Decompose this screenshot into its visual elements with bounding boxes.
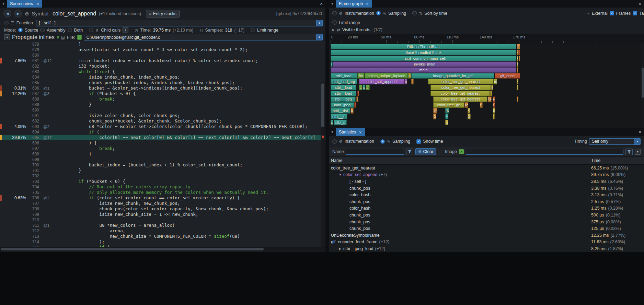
code-line[interactable]: 705 // Only allocate more memory for the… [0,190,325,195]
stats-row[interactable]: chunk_pos3.38 ms(0.76%) [329,185,644,192]
flame-bar[interactable]: Ke [468,114,471,119]
flame-bar[interactable]: Ke [433,114,436,119]
code-line[interactable]: 682 i32 *bucket; [0,63,325,69]
flame-bar[interactable]: K [517,61,518,67]
panel-menu-icon[interactable]: ▼ [329,0,336,8]
flame-bar[interactable]: s [331,120,333,125]
code-line[interactable]: 689 } [0,102,325,107]
flame-bar[interactable]: BaseThreadInitThunk [331,50,516,55]
flame-bar[interactable]: K [517,79,518,84]
child-calls-radio[interactable] [89,28,93,32]
stats-row[interactable]: color_hash3.13 ms(0.71%) [329,191,644,198]
code-line[interactable]: 688 break; [0,96,325,102]
sampling-radio[interactable] [376,11,381,15]
code-line[interactable]: 709 isize new_chunk_size = 1 << new_chun… [0,212,325,217]
code-line[interactable]: 697 break; [0,146,325,151]
flame-bar[interactable]: color_tree_get_nearest [428,79,494,84]
flame-bar[interactable]: Hv [445,108,449,114]
tab-close-icon[interactable]: × [36,2,39,6]
code-line[interactable]: 7.86%681@12 isize bucket_index = color_h… [0,58,325,63]
flame-bar[interactable]: Ke [517,44,520,49]
scrollbar-thumb[interactable] [1,248,264,250]
code-line[interactable]: 4.09%693@2 u8 *color = &color_set->color… [0,124,325,129]
code-line[interactable]: 684 isize index_chunk, index_chunk_pos; [0,74,325,80]
child-calls-dropdown-button[interactable]: ▼ [123,27,128,33]
name-filter-input[interactable] [346,149,404,155]
stats-row[interactable]: gif_encoder_feed_frame(+12)11.63 ms(2.63… [329,239,644,246]
code-line[interactable]: 712 arena, [0,228,325,234]
stats-row[interactable]: UnDecorateSymbolName12.25 ms(2.77%) [329,232,644,239]
list-icon[interactable]: ≡ [57,35,59,40]
clear-filter-button[interactable]: ⊗ Clear [415,148,436,155]
source-vertical-scrollbar[interactable] [321,82,325,247]
scrollbar-thumb[interactable] [642,68,644,98]
stats-row[interactable]: chunk_pos375 µs(0.08%) [329,219,644,225]
flame-graph[interactable]: RtlUserThreadStartKeBaseThreadInitThunkH… [329,43,644,128]
flame-bar[interactable] [519,50,520,55]
source-code-view[interactable]: 678 }679 assert(color_set->color_count *… [0,41,325,247]
panel-close-icon[interactable]: × [636,0,644,8]
code-line[interactable]: 680 [0,52,325,58]
forward-button[interactable]: ▶ [14,10,22,17]
code-line[interactable]: 696 ) { [0,140,325,146]
panel-close-icon[interactable]: × [317,0,325,8]
code-line[interactable]: 0.31%686@1 bucket = &color_set->indices[… [0,85,325,91]
stats-row[interactable]: color_hash1.25 ms(0.28%) [329,205,644,212]
tab-source-view[interactable]: Source view × [7,0,42,8]
flame-bar[interactable]: H [480,102,483,108]
instrumentation-radio[interactable] [332,139,337,144]
flame-bar[interactable]: H [517,50,519,55]
code-line[interactable]: 710 [0,217,325,223]
flame-bar[interactable]: K [517,56,518,61]
radio-assembly[interactable] [40,28,45,32]
code-line[interactable]: 685 chunk_pos(bucket_index, &index_chunk… [0,80,325,85]
stats-row[interactable]: chunk_pos2.5 ms(0.57%) [329,198,644,205]
flame-bar[interactable]: c [359,85,362,90]
code-line[interactable]: 703 if (*bucket < 0) { [0,179,325,184]
flame-bar[interactable]: image_quantize_for_gif [411,73,494,79]
flame-bar[interactable]: p [408,73,411,79]
code-line[interactable]: 708 chunk_pos(color_set->color_capacity,… [0,206,325,212]
tab-statistics[interactable]: Statistics × [336,128,365,136]
limit-range-radio[interactable] [251,28,255,32]
flame-bar[interactable] [354,102,356,108]
tab-close-icon[interactable]: × [359,130,362,134]
tab-flame-graph[interactable]: Flame graph × [336,0,372,8]
panel-menu-icon[interactable]: ▼ [329,128,336,136]
panel-menu-icon[interactable]: ▼ [0,0,7,8]
stats-table-header[interactable]: Name Time [329,157,644,165]
function-dropdown[interactable]: [ - self - ] ▼ [36,20,323,26]
code-line[interactable]: 691 isize color_chunk, color_chunk_pos; [0,113,325,118]
flame-bar[interactable]: colors_unique_inplace [365,73,408,79]
filter-dropdown-button[interactable]: ▼ [635,149,641,155]
code-line[interactable]: 683 while (true) { [0,69,325,74]
frames-checkbox[interactable]: ✓ [610,11,614,15]
flame-bar[interactable]: m [494,79,497,84]
code-line[interactable]: 713 new_chunk_size * COMPONENTS_PER_COLO… [0,234,325,239]
flame-bar[interactable]: stbi_load [331,73,357,79]
threads-expander-icon[interactable]: ▶ [332,28,335,32]
panel-close-icon[interactable]: × [636,128,644,136]
flame-bar[interactable]: main [331,67,516,73]
flame-bar[interactable] [411,79,414,84]
flame-bar[interactable] [493,114,495,119]
flame-bar[interactable]: k [350,108,354,114]
flame-bar[interactable]: p [404,79,407,84]
flame-bar[interactable]: Ke [488,96,492,102]
name-filter-funnel-button[interactable] [406,149,413,155]
code-line[interactable]: 690 [0,107,325,113]
flame-bar[interactable]: K [468,108,470,114]
flame-bar[interactable]: load_jpeg [331,102,354,108]
radio-source[interactable] [18,28,23,32]
code-line[interactable]: 0.63%706@2 if (color_set->color_count ==… [0,195,325,201]
sort-by-time-radio[interactable] [412,11,417,15]
radio-both[interactable] [68,28,72,32]
flame-bar[interactable]: F [356,96,358,102]
flame-bar[interactable]: i [331,61,333,67]
instrumentation-radio[interactable] [332,11,337,15]
scrollbar-thumb[interactable] [321,83,324,127]
code-line[interactable]: 29.87%695@17 color[0] == next_color[0] &… [0,135,325,140]
code-line[interactable]: 700 bucket_index = (bucket_index + 1) % … [0,162,325,168]
flame-bar[interactable]: RtlUserThreadStart [331,44,516,49]
flame-bar[interactable]: stbi_s [334,120,347,125]
